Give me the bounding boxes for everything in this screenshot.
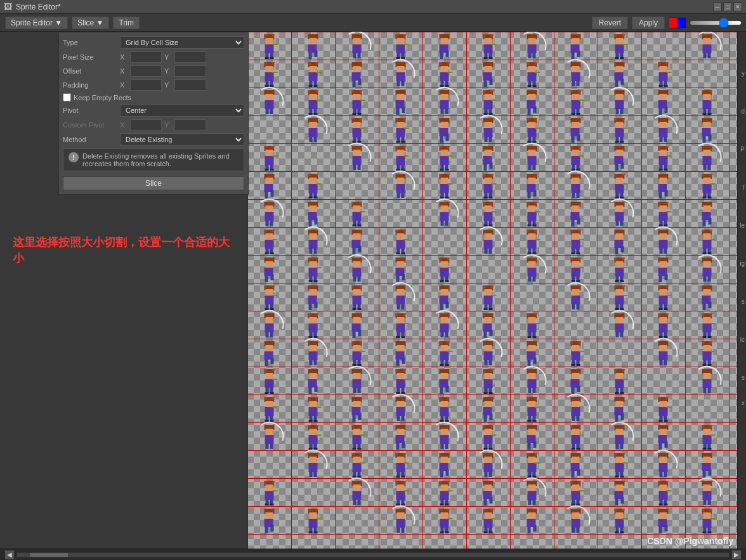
custom-pivot-row: Custom Pivot X 0 Y 0 <box>63 119 244 131</box>
pixel-size-row: Pixel Size X 69 Y 44 <box>63 51 244 63</box>
apply-button[interactable]: Apply <box>632 16 665 29</box>
sprite-editor-menu[interactable]: Sprite Editor ▼ <box>5 16 68 29</box>
offset-row: Offset X 0 Y 0 <box>63 65 244 77</box>
offset-y-input[interactable]: 0 <box>174 65 206 77</box>
type-row: Type Grid By Cell Size Grid By Cell Coun… <box>63 36 244 49</box>
info-icon: ! <box>69 152 79 162</box>
sidebar-letter-d: d <box>741 108 745 115</box>
close-button[interactable]: ✕ <box>733 3 742 11</box>
pivot-control: Center Top Left Bottom Left Custom <box>120 104 244 117</box>
sidebar-letter-s2: s <box>742 374 745 381</box>
pivot-label: Pivot <box>63 107 120 114</box>
method-label: Method <box>63 136 120 143</box>
canvas-area[interactable] <box>247 32 737 549</box>
sprite-canvas[interactable] <box>247 32 737 549</box>
pivot-dropdown[interactable]: Center Top Left Bottom Left Custom <box>120 104 244 117</box>
padding-y-input[interactable]: 0 <box>174 79 206 91</box>
offset-x-input[interactable]: 0 <box>130 65 162 77</box>
color-swatch[interactable] <box>669 17 686 29</box>
trim-menu[interactable]: Trim <box>113 16 140 29</box>
maximize-button[interactable]: □ <box>723 3 732 11</box>
scroll-left-button[interactable]: ◀ <box>5 550 14 559</box>
padding-row: Padding X 0 Y 0 <box>63 79 244 91</box>
cpivot-y-label: Y <box>164 121 172 129</box>
slice-button[interactable]: Slice <box>63 176 244 190</box>
sidebar-letter-ic: ic <box>740 336 745 343</box>
sidebar-letter-f: f <box>743 184 745 191</box>
scrollbar-thumb[interactable] <box>30 553 68 557</box>
type-dropdown[interactable]: Grid By Cell Size Grid By Cell Count Aut… <box>120 36 244 49</box>
watermark: CSDN @Pigwantofly <box>647 536 733 546</box>
minimize-button[interactable]: ─ <box>713 3 722 11</box>
slice-menu[interactable]: Slice ▼ <box>72 16 109 29</box>
pixel-size-label: Pixel Size <box>63 53 120 61</box>
sidebar-letter-ig: ig <box>740 260 745 267</box>
info-box: ! Delete Existing removes all existing S… <box>63 148 244 171</box>
offset-y-label: Y <box>164 67 172 75</box>
revert-button[interactable]: Revert <box>592 16 628 29</box>
pixel-y-label: Y <box>164 53 172 61</box>
left-panel: Type Grid By Cell Size Grid By Cell Coun… <box>0 32 247 549</box>
sidebar-letter-y: y <box>742 70 745 77</box>
annotation-text: 这里选择按照大小切割，设置一个合适的大小 <box>13 235 235 266</box>
sidebar-letter-s1: s <box>742 298 745 305</box>
keep-empty-rects-checkbox[interactable] <box>63 93 71 101</box>
method-row: Method Delete Existing Smart Safe <box>63 133 244 146</box>
right-sidebar: y d P f le ig s ic s x <box>737 32 746 549</box>
window-controls[interactable]: ─ □ ✕ <box>713 3 742 11</box>
offset-control: X 0 Y 0 <box>120 65 244 77</box>
horizontal-scrollbar[interactable] <box>16 552 730 557</box>
pivot-row: Pivot Center Top Left Bottom Left Custom <box>63 104 244 117</box>
window-title: Sprite Editor* <box>16 3 713 11</box>
type-label: Type <box>63 39 120 46</box>
offset-label: Offset <box>63 67 120 75</box>
padding-y-label: Y <box>164 81 172 89</box>
keep-empty-rects-row: Keep Empty Rects <box>63 93 244 101</box>
method-control: Delete Existing Smart Safe <box>120 133 244 146</box>
main-area: Type Grid By Cell Size Grid By Cell Coun… <box>0 32 746 549</box>
pixel-size-control: X 69 Y 44 <box>120 51 244 63</box>
sidebar-letter-p: P <box>740 146 745 153</box>
padding-x-label: X <box>120 81 128 89</box>
toolbar: Sprite Editor ▼ Slice ▼ Trim Revert Appl… <box>0 14 746 32</box>
cpivot-y-input[interactable]: 0 <box>174 119 206 131</box>
sidebar-letter-x: x <box>742 400 745 407</box>
bottom-bar: ◀ ▶ <box>0 549 746 560</box>
pixel-size-x-input[interactable]: 69 <box>130 51 162 63</box>
pixel-size-y-input[interactable]: 44 <box>174 51 206 63</box>
custom-pivot-control: X 0 Y 0 <box>120 119 244 131</box>
pixel-x-label: X <box>120 53 128 61</box>
sidebar-letter-le: le <box>740 222 745 229</box>
info-text: Delete Existing removes all existing Spr… <box>82 152 239 167</box>
padding-control: X 0 Y 0 <box>120 79 244 91</box>
custom-pivot-label: Custom Pivot <box>63 121 120 129</box>
keep-empty-rects-label: Keep Empty Rects <box>74 94 131 101</box>
offset-x-label: X <box>120 67 128 75</box>
padding-label: Padding <box>63 81 120 89</box>
type-control: Grid By Cell Size Grid By Cell Count Aut… <box>120 36 244 49</box>
cpivot-x-input[interactable]: 0 <box>130 119 162 131</box>
padding-x-input[interactable]: 0 <box>130 79 162 91</box>
slice-panel: Type Grid By Cell Size Grid By Cell Coun… <box>58 32 249 195</box>
title-bar: 🖼 Sprite Editor* ─ □ ✕ <box>0 0 746 14</box>
cpivot-x-label: X <box>120 121 128 129</box>
brightness-slider[interactable] <box>690 21 741 25</box>
scroll-right-button[interactable]: ▶ <box>732 550 741 559</box>
method-dropdown[interactable]: Delete Existing Smart Safe <box>120 133 244 146</box>
